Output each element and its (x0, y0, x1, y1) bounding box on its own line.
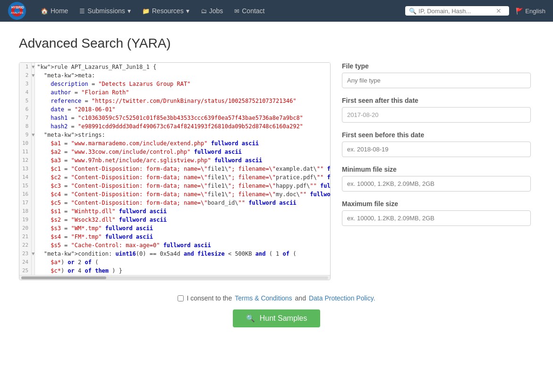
file-type-input[interactable] (342, 73, 531, 88)
first-seen-after-input[interactable] (342, 107, 531, 123)
line-code[interactable]: $c2 = "Content-Disposition: form-data; n… (35, 173, 331, 182)
file-type-label: File type (342, 62, 531, 70)
table-row: 24 $a*) or 2 of ( (19, 258, 331, 267)
line-code[interactable]: $s5 = "Cache-Control: max-age=0" fullwor… (35, 241, 331, 250)
nav-contact[interactable]: ✉ Contact (230, 5, 269, 17)
table-row: 20 $s3 = "WM*.tmp" fullword ascii (19, 224, 331, 233)
line-code[interactable]: "meta-kw">meta: (35, 71, 331, 80)
nav-submissions[interactable]: ☰ Submissions ▾ (75, 5, 135, 17)
hunt-row: 🔍 Hunt Samples (19, 309, 534, 327)
submissions-dropdown-icon: ▾ (128, 7, 131, 15)
nav-resources[interactable]: 📁 Resources ▾ (137, 5, 194, 17)
language-selector[interactable]: 🚩 English (516, 8, 545, 15)
line-number: 7 (19, 114, 32, 122)
code-editor-panel[interactable]: 1▼"kw">rule APT_Lazarus_RAT_Jun18_1 {2▼ … (19, 62, 331, 280)
line-code[interactable]: $c5 = "Content-Disposition: form-data; n… (35, 199, 331, 207)
line-arrow (32, 88, 35, 97)
home-icon: 🏠 (41, 8, 48, 15)
navbar: HYBRID ANALYSIS 🏠 Home ☰ Submissions ▾ 📁… (0, 0, 553, 22)
table-row: 22 $s5 = "Cache-Control: max-age=0" full… (19, 241, 331, 250)
policy-link[interactable]: Data Protection Policy. (309, 294, 375, 302)
line-number: 10 (19, 139, 32, 148)
line-arrow (32, 241, 35, 250)
line-number: 16 (19, 190, 32, 199)
contact-icon: ✉ (234, 8, 239, 15)
table-row: 9▼ "meta-kw">strings: (19, 131, 331, 139)
line-arrow[interactable]: ▼ (32, 63, 35, 71)
table-row: 8 hash2 = "e98991cdd9ddd30adf490673c67a4… (19, 122, 331, 131)
line-code[interactable]: $c4 = "Content-Disposition: form-data; n… (35, 190, 331, 199)
search-clear-icon[interactable]: ✕ (496, 7, 502, 15)
resources-icon: 📁 (142, 8, 150, 15)
line-code[interactable]: $s2 = "Wsock32.dll" fullword ascii (35, 216, 331, 224)
line-number: 11 (19, 148, 32, 156)
line-code[interactable]: $c1 = "Content-Disposition: form-data; n… (35, 165, 331, 173)
code-table: 1▼"kw">rule APT_Lazarus_RAT_Jun18_1 {2▼ … (19, 63, 331, 275)
min-file-size-input[interactable] (342, 176, 531, 192)
line-arrow (32, 199, 35, 207)
line-code[interactable]: $c3 = "Content-Disposition: form-data; n… (35, 182, 331, 190)
hunt-samples-button[interactable]: 🔍 Hunt Samples (233, 309, 321, 327)
line-code[interactable]: $s3 = "WM*.tmp" fullword ascii (35, 224, 331, 233)
line-number: 12 (19, 156, 32, 165)
line-code[interactable]: $c*) or 4 of them ) } (35, 267, 331, 275)
consent-checkbox[interactable] (178, 295, 184, 301)
table-row: 23▼ "meta-kw">condition: uint16(0) == 0x… (19, 250, 331, 258)
line-number: 21 (19, 233, 32, 241)
first-seen-before-input[interactable] (342, 142, 531, 157)
nav-contact-label: Contact (242, 7, 264, 15)
nav-jobs[interactable]: 🗂 Jobs (196, 5, 228, 17)
max-file-size-input[interactable] (342, 210, 531, 226)
line-code[interactable]: $a*) or 2 of ( (35, 258, 331, 267)
hunt-button-label: Hunt Samples (260, 314, 307, 323)
line-code[interactable]: "meta-kw">condition: uint16(0) == 0x5a4d… (35, 250, 331, 258)
line-code[interactable]: date = "2018-06-01" (35, 105, 331, 114)
line-arrow[interactable]: ▼ (32, 250, 35, 258)
line-number: 6 (19, 105, 32, 114)
table-row: 6 date = "2018-06-01" (19, 105, 331, 114)
code-scrollbar[interactable] (19, 275, 330, 280)
submissions-icon: ☰ (79, 8, 85, 15)
hunt-search-icon: 🔍 (246, 314, 255, 323)
line-code[interactable]: "meta-kw">strings: (35, 131, 331, 139)
line-arrow (32, 207, 35, 216)
content-row: 1▼"kw">rule APT_Lazarus_RAT_Jun18_1 {2▼ … (19, 62, 534, 280)
line-code[interactable]: author = "Florian Roth" (35, 88, 331, 97)
terms-link[interactable]: Terms & Conditions (235, 294, 292, 302)
scrollbar-thumb[interactable] (21, 276, 106, 279)
main-container: Advanced Search (YARA) 1▼"kw">rule APT_L… (0, 22, 553, 342)
line-code[interactable]: "kw">rule APT_Lazarus_RAT_Jun18_1 { (35, 63, 331, 71)
line-number: 5 (19, 97, 32, 105)
line-arrow (32, 224, 35, 233)
line-code[interactable]: hash2 = "e98991cdd9ddd30adf490673c67a4f8… (35, 122, 331, 131)
consent-row: I consent to the Terms & Conditions and … (19, 294, 534, 302)
min-file-size-label: Minimum file size (342, 166, 531, 173)
brand-logo-link[interactable]: HYBRID ANALYSIS (8, 1, 28, 20)
line-number: 4 (19, 88, 32, 97)
line-code[interactable]: $s4 = "FM*.tmp" fullword ascii (35, 233, 331, 241)
max-file-size-label: Maximum file size (342, 200, 531, 208)
language-label: English (525, 8, 545, 15)
table-row: 19 $s2 = "Wsock32.dll" fullword ascii (19, 216, 331, 224)
line-code[interactable]: $s1 = "Winhttp.dll" fullword ascii (35, 207, 331, 216)
line-code[interactable]: reference = "https://twitter.com/DrunkBi… (35, 97, 331, 105)
line-arrow (32, 216, 35, 224)
line-code[interactable]: $a3 = "www.97nb.net/include/arc.sglistvi… (35, 156, 331, 165)
line-arrow (32, 97, 35, 105)
line-code[interactable]: $a1 = "www.marmarademo.com/include/exten… (35, 139, 331, 148)
nav-search-input[interactable] (418, 8, 494, 15)
line-number: 17 (19, 199, 32, 207)
table-row: 12 $a3 = "www.97nb.net/include/arc.sglis… (19, 156, 331, 165)
line-arrow[interactable]: ▼ (32, 131, 35, 139)
line-arrow (32, 182, 35, 190)
consent-text-before: I consent to the (187, 294, 232, 302)
line-arrow (32, 80, 35, 88)
table-row: 21 $s4 = "FM*.tmp" fullword ascii (19, 233, 331, 241)
line-arrow[interactable]: ▼ (32, 71, 35, 80)
line-number: 1 (19, 63, 32, 71)
line-number: 15 (19, 182, 32, 190)
line-code[interactable]: $a2 = "www.33cow.com/include/control.php… (35, 148, 331, 156)
line-code[interactable]: hash1 = "c10363059c57c52501c01f85e3bb435… (35, 114, 331, 122)
line-code[interactable]: description = "Detects Lazarus Group RAT… (35, 80, 331, 88)
nav-home[interactable]: 🏠 Home (36, 5, 73, 17)
